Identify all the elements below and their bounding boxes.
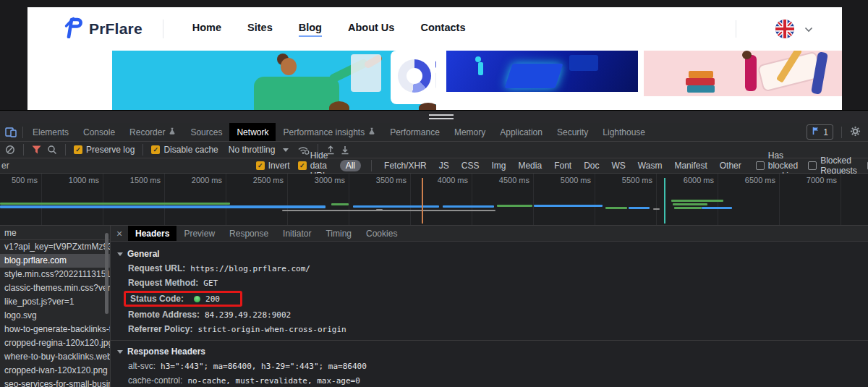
detail-tab-response[interactable]: Response xyxy=(222,226,276,241)
waterfall-bar[interactable] xyxy=(629,207,650,209)
illustration-head-peek xyxy=(419,103,436,110)
ruler-gridline xyxy=(533,174,534,225)
header-value: 200 xyxy=(205,294,220,304)
response-headers-section-header[interactable]: Response Headers xyxy=(117,344,868,359)
checkbox-unchecked-icon xyxy=(756,161,765,170)
illustration-head-peek xyxy=(329,101,349,110)
waterfall-bar[interactable] xyxy=(534,205,603,207)
devtools-tab-label: Performance insights xyxy=(283,127,365,137)
filter-funnel-icon[interactable] xyxy=(32,145,41,154)
request-row[interactable]: logo.svg xyxy=(0,309,110,323)
clear-network-log-button[interactable] xyxy=(5,145,15,155)
waterfall-bar[interactable] xyxy=(702,207,732,209)
waterfall-bar[interactable] xyxy=(653,208,660,210)
ruler-tick-label: 500 ms xyxy=(12,176,41,184)
nav-item-sites[interactable]: Sites xyxy=(247,22,273,37)
waterfall-bar[interactable] xyxy=(331,203,349,205)
type-filter-fetch-xhr[interactable]: Fetch/XHR xyxy=(382,160,429,171)
detail-tab-timing[interactable]: Timing xyxy=(318,226,359,241)
article-card[interactable]: Where to buy backlinks? xyxy=(446,51,638,110)
devtools-tab-memory[interactable]: Memory xyxy=(447,123,493,141)
header-value: 84.239.49.228:9002 xyxy=(205,310,291,320)
request-row[interactable]: blog.prflare.com xyxy=(0,254,110,268)
language-switcher[interactable] xyxy=(736,20,813,38)
waterfall-bar[interactable] xyxy=(605,207,627,209)
devtools-tab-network[interactable]: Network xyxy=(229,123,276,141)
waterfall-bar[interactable] xyxy=(0,203,230,205)
nav-item-contacts[interactable]: Contacts xyxy=(420,22,465,37)
type-filter-manifest[interactable]: Manifest xyxy=(672,160,709,171)
waterfall-bar[interactable] xyxy=(443,205,494,208)
devtools-tab-elements[interactable]: Elements xyxy=(25,123,76,141)
request-row[interactable]: cropped-ivan-120x120.png xyxy=(0,364,110,378)
devtools-tab-performance-insights[interactable]: Performance insights xyxy=(276,123,383,141)
type-filter-doc[interactable]: Doc xyxy=(582,160,601,171)
devtools-resize-handle[interactable] xyxy=(0,110,868,123)
header-row: Request URL:https://blog.prflare.com/ xyxy=(117,261,868,276)
waterfall-bar[interactable] xyxy=(497,205,532,207)
request-row[interactable]: cropped-regina-120x120.jpg xyxy=(0,336,110,350)
request-row[interactable]: classic-themes.min.css?ver= xyxy=(0,281,110,295)
devtools-tab-sources[interactable]: Sources xyxy=(183,123,229,141)
site-logo[interactable]: PrFlare xyxy=(64,17,142,41)
request-row[interactable]: where-to-buy-backlinks.webp xyxy=(0,350,110,364)
ruler-tick-label: 7000 ms xyxy=(807,176,841,184)
throttling-dropdown[interactable]: No throttling xyxy=(229,145,289,155)
type-filter-font[interactable]: Font xyxy=(552,160,574,171)
nav-item-home[interactable]: Home xyxy=(192,22,221,37)
name-column-header[interactable]: me xyxy=(0,226,110,240)
type-filter-js[interactable]: JS xyxy=(437,160,451,171)
search-icon[interactable] xyxy=(47,145,57,155)
waterfall-bar[interactable] xyxy=(282,210,495,211)
device-toolbar-button[interactable] xyxy=(0,127,20,137)
devtools-tab-security[interactable]: Security xyxy=(550,123,595,141)
request-row[interactable]: seo-services-for-small-busin. xyxy=(0,378,110,387)
devtools-tab-lighthouse[interactable]: Lighthouse xyxy=(595,123,652,141)
detail-tab-cookies[interactable]: Cookies xyxy=(359,226,404,241)
ruler-tick-label: 1500 ms xyxy=(130,176,164,184)
settings-gear-icon[interactable] xyxy=(850,126,861,139)
request-detail-panel: × HeadersPreviewResponseInitiatorTimingC… xyxy=(111,226,868,387)
network-overview-waterfall[interactable]: 500 ms1000 ms1500 ms2000 ms2500 ms3000 m… xyxy=(0,174,868,226)
detail-tab-initiator[interactable]: Initiator xyxy=(276,226,318,241)
request-row[interactable]: like_post.js?ver=1 xyxy=(0,295,110,309)
invert-checkbox[interactable]: Invert xyxy=(256,161,290,171)
article-card[interactable]: SEO services for small xyxy=(644,51,842,110)
ruler-tick-label: 3500 ms xyxy=(376,176,410,184)
header-value: no-cache, must-revalidate, max-age=0 xyxy=(187,376,359,386)
scrollbar-thumb[interactable] xyxy=(105,233,109,314)
toggle-blocked-requests[interactable]: Blocked Requests xyxy=(808,156,857,176)
request-row[interactable]: how-to-generate-backlinks-f.. xyxy=(0,323,110,336)
issues-counter[interactable]: 1 xyxy=(807,124,833,140)
general-section-header[interactable]: General xyxy=(117,247,868,261)
disable-cache-checkbox[interactable]: Disable cache xyxy=(151,145,218,155)
devtools-tab-recorder[interactable]: Recorder xyxy=(122,123,183,141)
devtools-tab-performance[interactable]: Performance xyxy=(383,123,447,141)
invert-label: Invert xyxy=(268,161,290,171)
waterfall-bar[interactable] xyxy=(353,205,439,208)
detail-tab-headers[interactable]: Headers xyxy=(128,226,176,241)
type-filter-all[interactable]: All xyxy=(340,160,361,171)
waterfall-bar[interactable] xyxy=(671,200,723,202)
preserve-log-checkbox[interactable]: Preserve log xyxy=(74,145,135,155)
nav-item-blog[interactable]: Blog xyxy=(299,22,322,37)
type-filter-css[interactable]: CSS xyxy=(459,160,482,171)
type-filter-ws[interactable]: WS xyxy=(610,160,628,171)
waterfall-bar[interactable] xyxy=(0,205,326,208)
nav-item-about-us[interactable]: About Us xyxy=(348,22,394,37)
hero-illustration xyxy=(112,51,436,110)
devtools-tab-console[interactable]: Console xyxy=(76,123,122,141)
waterfall-bar[interactable] xyxy=(673,203,707,205)
close-icon[interactable]: × xyxy=(111,228,128,239)
filter-input-text[interactable]: er xyxy=(1,161,9,171)
request-row[interactable]: style.min.css?20221113151.. xyxy=(0,268,110,281)
type-filter-wasm[interactable]: Wasm xyxy=(636,160,665,171)
detail-tab-preview[interactable]: Preview xyxy=(176,226,222,241)
request-row[interactable]: v1?api_key=tV9PZxtmMz93.. xyxy=(0,240,110,254)
type-filter-media[interactable]: Media xyxy=(516,160,544,171)
export-har-button[interactable] xyxy=(341,145,349,155)
type-filter-img[interactable]: Img xyxy=(489,160,508,171)
devtools-tab-application[interactable]: Application xyxy=(493,123,550,141)
type-filter-other[interactable]: Other xyxy=(718,160,744,171)
waterfall-bar[interactable] xyxy=(674,207,702,209)
